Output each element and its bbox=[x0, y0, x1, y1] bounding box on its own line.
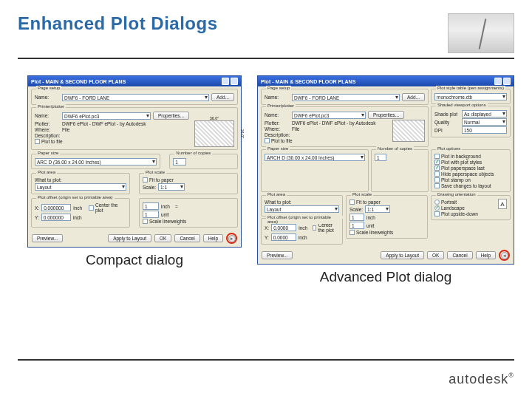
fit-to-paper-checkbox[interactable]: Fit to paper bbox=[143, 177, 174, 183]
plotter-value: DWF6 ePlot - DWF ePlot - by Autodesk bbox=[292, 120, 375, 126]
legend: Drawing orientation bbox=[436, 192, 477, 197]
expand-icon[interactable]: ▸ bbox=[228, 235, 236, 242]
quality-label: Quality bbox=[434, 120, 460, 125]
x-label: X: bbox=[35, 205, 39, 211]
window-controls[interactable] bbox=[494, 78, 511, 85]
printer-name-dropdown[interactable]: DWF6 ePlot.pc3 bbox=[62, 112, 151, 120]
y-input[interactable]: 0.0000 bbox=[271, 233, 296, 241]
x-input[interactable]: 0.000000 bbox=[41, 204, 71, 211]
group-plot-style-table: Plot style table (pen assignments) monoc… bbox=[431, 89, 511, 104]
apply-to-layout-button[interactable]: Apply to Layout bbox=[108, 234, 151, 242]
preview-button[interactable]: Preview... bbox=[262, 251, 293, 259]
preview-height: 24.0" bbox=[241, 129, 245, 139]
copies-input[interactable]: 1 bbox=[375, 154, 386, 161]
group-plot-offset: Plot offset (origin set to printable are… bbox=[261, 218, 343, 245]
scale-label: Scale: bbox=[349, 207, 363, 212]
fit-to-paper-checkbox[interactable]: Fit to paper bbox=[349, 200, 381, 205]
plot-to-file-checkbox[interactable]: Plot to file bbox=[35, 139, 63, 144]
preview-width: 36.0" bbox=[210, 116, 219, 120]
shade-plot-label: Shade plot bbox=[434, 112, 460, 117]
paper-preview: 36.0" 24.0" bbox=[194, 120, 234, 147]
where-value: File bbox=[62, 127, 69, 132]
ok-button[interactable]: OK bbox=[154, 234, 171, 242]
x-input[interactable]: 0.0000 bbox=[271, 224, 296, 231]
name-label: Name: bbox=[35, 113, 60, 118]
plot-stamp-checkbox[interactable]: Plot stamp on bbox=[434, 177, 507, 183]
help-icon[interactable] bbox=[222, 78, 229, 85]
add-button[interactable]: Add... bbox=[402, 93, 425, 101]
apply-to-layout-button[interactable]: Apply to Layout bbox=[381, 251, 424, 259]
upside-down-checkbox[interactable]: Plot upside-down bbox=[434, 211, 496, 216]
desc-label: Description: bbox=[35, 133, 60, 138]
caption-advanced: Advanced Plot dialog bbox=[320, 269, 452, 285]
advanced-plot-dialog: Plot - MAIN & SECOND FLOOR PLANS Page se… bbox=[257, 75, 514, 265]
quality-dropdown[interactable]: Normal bbox=[462, 118, 507, 126]
titlebar-text: Plot - MAIN & SECOND FLOOR PLANS bbox=[261, 79, 355, 84]
unit-unit: unit bbox=[161, 212, 168, 217]
printer-name-dropdown[interactable]: DWF6 ePlot.pc3 bbox=[292, 112, 366, 119]
hide-paperspace-checkbox[interactable]: Hide paperspace objects bbox=[434, 171, 507, 177]
center-plot-checkbox[interactable]: Center the plot bbox=[313, 222, 339, 233]
center-plot-checkbox[interactable]: Center the plot bbox=[89, 202, 126, 213]
add-button[interactable]: Add... bbox=[211, 93, 234, 101]
dpi-input[interactable]: 150 bbox=[462, 126, 507, 134]
scale-numerator-input[interactable]: 1 bbox=[143, 202, 159, 210]
close-icon[interactable] bbox=[231, 78, 238, 85]
y-unit: inch bbox=[299, 235, 307, 240]
properties-button[interactable]: Properties... bbox=[368, 111, 404, 119]
scale-lineweights-checkbox[interactable]: Scale lineweights bbox=[143, 219, 186, 224]
group-shaded-viewport: Shaded viewport options Shade plotAs dis… bbox=[431, 106, 511, 137]
close-icon[interactable] bbox=[503, 78, 511, 85]
x-unit: inch bbox=[299, 225, 307, 231]
ok-button[interactable]: OK bbox=[427, 251, 444, 259]
what-to-plot-dropdown[interactable]: Layout bbox=[265, 205, 339, 213]
plot-to-file-checkbox[interactable]: Plot to file bbox=[265, 138, 293, 143]
help-icon[interactable] bbox=[494, 78, 502, 85]
cancel-button[interactable]: Cancel bbox=[174, 234, 200, 242]
portrait-radio[interactable]: Portrait bbox=[434, 200, 496, 205]
group-printer: Printer/plotter Name: DWF6 ePlot.pc3 Pro… bbox=[31, 107, 238, 150]
unit-unit: unit bbox=[366, 223, 374, 228]
scale-denominator-input[interactable]: 1 bbox=[143, 211, 159, 218]
plot-style-dropdown[interactable]: monochrome.ctb bbox=[434, 93, 507, 100]
window-controls[interactable] bbox=[222, 78, 238, 85]
scale-dropdown[interactable]: 1:1 bbox=[365, 205, 390, 213]
group-paper-size: Paper size ARC D (36.00 x 24.00 Inches) bbox=[31, 154, 160, 169]
group-plot-scale: Plot scale Fit to paper Scale:1:1 1inch … bbox=[346, 195, 428, 239]
scale-denominator-input[interactable]: 1 bbox=[349, 222, 364, 229]
legend: Plot offset (origin set to printable are… bbox=[36, 195, 115, 200]
group-copies: Number of copies 1 bbox=[169, 154, 238, 169]
properties-button[interactable]: Properties... bbox=[153, 112, 189, 120]
group-orientation: Drawing orientation Portrait Landscape P… bbox=[431, 195, 511, 220]
shade-plot-dropdown[interactable]: As displayed bbox=[462, 110, 507, 117]
plot-background-checkbox[interactable]: Plot in background bbox=[434, 154, 507, 159]
y-input[interactable]: 0.000000 bbox=[41, 214, 71, 221]
scale-dropdown[interactable]: 1:1 bbox=[158, 183, 185, 191]
scale-label: Scale: bbox=[143, 185, 156, 190]
legend: Plot scale bbox=[144, 170, 166, 174]
page-setup-name-dropdown[interactable]: DWF6 - FORD LANE bbox=[62, 94, 209, 101]
copies-input[interactable]: 1 bbox=[173, 158, 186, 166]
scale-lineweights-checkbox[interactable]: Scale lineweights bbox=[349, 230, 393, 235]
plot-styles-checkbox[interactable]: Plot with plot styles bbox=[434, 160, 507, 165]
help-button[interactable]: Help bbox=[203, 234, 223, 242]
scale-numerator-input[interactable]: 1 bbox=[349, 214, 364, 221]
paper-size-dropdown[interactable]: ARC D (36.00 x 24.00 Inches) bbox=[35, 158, 157, 166]
help-button[interactable]: Help bbox=[476, 251, 496, 259]
titlebar-text: Plot - MAIN & SECOND FLOOR PLANS bbox=[31, 79, 126, 84]
what-to-plot-dropdown[interactable]: Layout bbox=[35, 183, 126, 191]
cancel-button[interactable]: Cancel bbox=[447, 251, 472, 259]
plotter-value: DWF6 ePlot - DWF ePlot - by Autodesk bbox=[62, 121, 146, 126]
save-changes-checkbox[interactable]: Save changes to layout bbox=[434, 183, 507, 188]
legend: Paper size bbox=[266, 146, 290, 151]
preview-button[interactable]: Preview... bbox=[32, 234, 63, 242]
paper-preview bbox=[392, 120, 425, 142]
group-plot-scale: Plot scale Fit to paper Scale:1:1 bbox=[139, 173, 238, 194]
landscape-radio[interactable]: Landscape bbox=[434, 205, 496, 211]
legend: Paper size bbox=[36, 151, 60, 155]
paper-size-dropdown[interactable]: ARCH D (36.00 x 24.00 Inches) bbox=[265, 154, 365, 161]
page-setup-name-dropdown[interactable]: DWF6 - FORD LANE bbox=[292, 94, 400, 101]
paperspace-last-checkbox[interactable]: Plot paperspace last bbox=[434, 166, 507, 171]
collapse-icon[interactable]: ◂ bbox=[501, 252, 508, 259]
group-page-setup: Page setup Name: DWF6 - FORD LANE Add... bbox=[261, 89, 429, 105]
